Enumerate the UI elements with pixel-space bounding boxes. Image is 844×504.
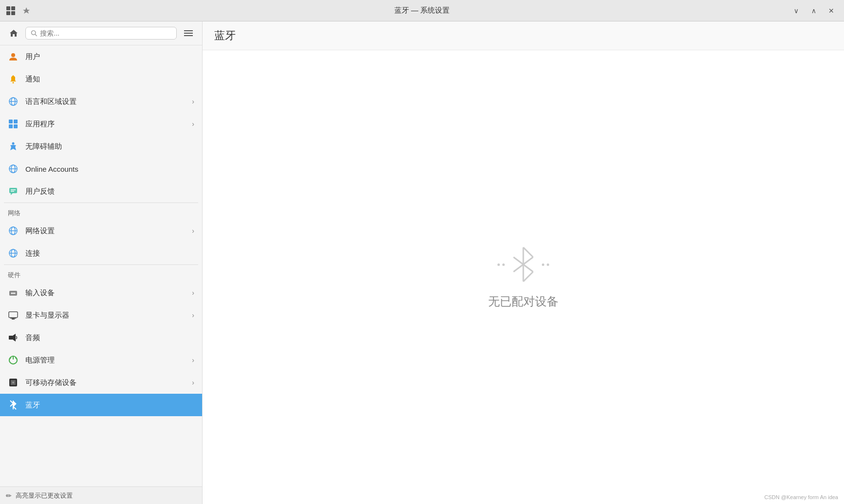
edit-icon: ✏ — [6, 492, 12, 500]
graphics-chevron: › — [192, 311, 194, 319]
power-chevron: › — [192, 356, 194, 364]
sidebar-item-online-accounts[interactable]: Online Accounts — [0, 158, 202, 180]
sidebar-item-bluetooth[interactable]: 蓝牙 — [0, 394, 202, 416]
graphics-label: 显卡与显示器 — [25, 311, 185, 320]
sidebar-item-accessibility[interactable]: 无障碍辅助 — [0, 135, 202, 158]
network-settings-icon — [8, 225, 19, 236]
svg-rect-15 — [14, 120, 18, 123]
search-input[interactable] — [40, 29, 171, 37]
sidebar-item-user[interactable]: 用户 — [0, 45, 202, 68]
sidebar-item-graphics[interactable]: 显卡与显示器 › — [0, 304, 202, 326]
sidebar-item-audio[interactable]: 音频 — [0, 326, 202, 349]
sidebar-item-feedback[interactable]: 用户反馈 — [0, 180, 202, 202]
pin-icon[interactable] — [21, 6, 31, 16]
svg-rect-0 — [6, 6, 10, 10]
section-label-network: 网络 — [0, 203, 202, 220]
svg-rect-16 — [9, 124, 13, 128]
sidebar-item-storage[interactable]: 可移动存储设备 › — [0, 371, 202, 394]
accessibility-icon — [8, 141, 19, 152]
svg-point-10 — [13, 82, 14, 83]
watermark: CSDN @Kearney form An idea — [764, 494, 838, 500]
graphics-icon — [8, 310, 19, 321]
notification-icon — [8, 74, 19, 84]
svg-point-35 — [14, 293, 16, 294]
minimize-button[interactable]: ∨ — [789, 4, 803, 18]
bt-right-dots — [542, 263, 549, 266]
search-bar — [0, 21, 202, 45]
bluetooth-label: 蓝牙 — [25, 401, 194, 410]
app-icon[interactable] — [6, 6, 16, 16]
home-button[interactable] — [6, 25, 21, 41]
svg-line-52 — [523, 247, 533, 257]
user-label: 用户 — [25, 52, 194, 61]
section-label-hardware: 硬件 — [0, 265, 202, 282]
sidebar-item-input[interactable]: 输入设备 › — [0, 282, 202, 304]
svg-point-45 — [12, 382, 14, 383]
power-icon — [8, 355, 19, 365]
content-title: 蓝牙 — [214, 29, 236, 41]
bt-dot-2 — [502, 263, 505, 266]
storage-chevron: › — [192, 379, 194, 386]
maximize-button[interactable]: ∧ — [807, 4, 821, 18]
bt-dot-1 — [497, 263, 500, 266]
bt-left-dots — [497, 263, 505, 266]
svg-point-33 — [11, 293, 13, 294]
storage-icon — [8, 377, 19, 388]
content-header: 蓝牙 — [203, 21, 844, 50]
svg-line-54 — [523, 272, 533, 282]
storage-label: 可移动存储设备 — [25, 378, 185, 387]
svg-rect-17 — [14, 124, 18, 128]
window-title: 蓝牙 — 系统设置 — [394, 6, 450, 15]
svg-rect-14 — [9, 120, 13, 123]
sidebar-item-power[interactable]: 电源管理 › — [0, 349, 202, 371]
menu-button[interactable] — [181, 25, 196, 41]
svg-point-9 — [11, 53, 15, 57]
bottom-bar: ✏ 高亮显示已更改设置 — [0, 486, 202, 504]
svg-rect-1 — [11, 6, 15, 10]
user-icon — [8, 51, 19, 62]
audio-icon — [8, 332, 19, 343]
svg-rect-39 — [9, 336, 13, 340]
notification-label: 通知 — [25, 75, 194, 84]
apps-chevron: › — [192, 120, 194, 128]
svg-rect-22 — [9, 188, 17, 193]
feedback-label: 用户反馈 — [25, 187, 194, 196]
sidebar-item-notification[interactable]: 通知 — [0, 68, 202, 90]
svg-rect-2 — [6, 11, 10, 15]
language-chevron: › — [192, 98, 194, 105]
connection-icon — [8, 248, 19, 259]
bt-symbol — [509, 245, 538, 284]
svg-point-18 — [12, 142, 15, 145]
svg-point-34 — [13, 293, 14, 294]
sidebar-item-apps[interactable]: 应用程序 › — [0, 113, 202, 135]
search-input-wrap[interactable] — [25, 27, 177, 40]
accessibility-label: 无障碍辅助 — [25, 142, 194, 151]
bluetooth-illustration — [494, 245, 553, 284]
svg-rect-38 — [12, 319, 15, 320]
sidebar-scroll: 用户 通知 语言和区域设置 › — [0, 45, 202, 486]
language-label: 语言和区域设置 — [25, 97, 185, 106]
input-chevron: › — [192, 289, 194, 297]
input-icon — [8, 287, 19, 298]
bluetooth-icon — [8, 400, 19, 410]
svg-marker-23 — [11, 193, 13, 195]
power-label: 电源管理 — [25, 356, 185, 365]
content-body: 无已配对设备 — [203, 50, 844, 504]
sidebar: 用户 通知 语言和区域设置 › — [0, 21, 203, 504]
apps-label: 应用程序 — [25, 120, 185, 129]
online-accounts-label: Online Accounts — [25, 165, 194, 173]
highlight-changes-text: 高亮显示已更改设置 — [16, 491, 73, 500]
svg-rect-36 — [9, 312, 18, 318]
sidebar-item-network-settings[interactable]: 网络设置 › — [0, 220, 202, 242]
network-settings-label: 网络设置 — [25, 226, 185, 236]
sidebar-item-connection[interactable]: 连接 — [0, 242, 202, 264]
language-icon — [8, 96, 19, 107]
sidebar-item-language[interactable]: 语言和区域设置 › — [0, 90, 202, 113]
online-accounts-icon — [8, 163, 19, 174]
svg-line-5 — [35, 34, 37, 36]
content-area: 蓝牙 — [203, 21, 844, 504]
svg-rect-37 — [10, 318, 16, 319]
close-button[interactable]: ✕ — [824, 4, 838, 18]
search-icon — [31, 30, 37, 37]
apps-icon — [8, 119, 19, 129]
